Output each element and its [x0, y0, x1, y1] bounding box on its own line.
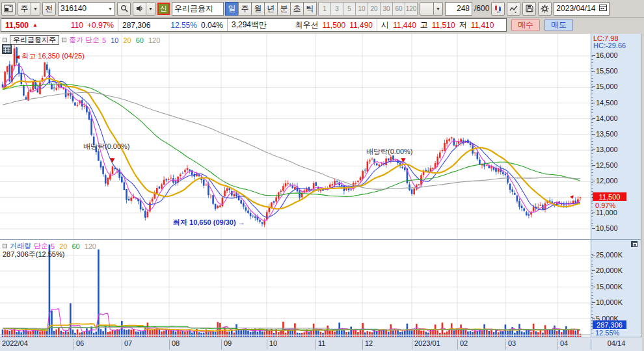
turnover-pct: 0.04%: [201, 21, 223, 30]
period-button-분[interactable]: 분: [277, 2, 291, 16]
annotation-exdividend-1: 배당락(0.00%): [83, 142, 130, 151]
volume-pane[interactable]: 거래량 단순 52060120 287,306주(12.55%): [0, 239, 591, 337]
x-axis[interactable]: 2022/04 04/14 060708091011122023/0102030…: [0, 337, 642, 351]
sound-combo[interactable]: ▼: [133, 2, 155, 16]
price-tick-label: 14,000: [596, 114, 618, 122]
left-arrow-icon: ◀: [16, 54, 20, 60]
volume-cell: 287,306 12.55% 0.04%: [118, 19, 228, 31]
chart-type-value: 주: [18, 2, 31, 16]
low-value: 11,410: [471, 21, 494, 30]
quote-bar: 11,500 ▲ 110 +0.97% 287,306 12.55% 0.04%…: [0, 18, 644, 32]
interval-combo[interactable]: ▼: [420, 2, 443, 16]
legend-prefix: 종가 단순: [69, 35, 100, 45]
price-axis[interactable]: LC:7.98 HC:-29.66 16,00015,50015,00014,5…: [591, 34, 641, 239]
volume-chart[interactable]: [0, 240, 591, 337]
current-volume-badge: 287,306: [593, 320, 626, 329]
amount-cell: 3,294백만 최우선 11,500 11,490: [228, 19, 377, 31]
stock-name-field[interactable]: 우리금융지: [172, 2, 224, 16]
toolbar: 주 ▼ 전 316140 ▼ ▼ 신 우리금융지 일주월년분초틱 1351020…: [0, 0, 644, 18]
price-tick-label: 10,500: [596, 224, 618, 232]
x-axis-label-10: 10: [267, 339, 277, 350]
interval-button-5[interactable]: 5: [343, 2, 356, 16]
ma-period-label: 120: [85, 242, 96, 250]
search-button[interactable]: [117, 2, 131, 16]
price-pane[interactable]: 우리금융지주 종가 단순 5102060120 ◀ 최고 16,350 (04/…: [0, 34, 591, 239]
ma-period-label: 120: [148, 36, 160, 44]
date-field[interactable]: 2023/04/14: [554, 2, 610, 16]
period-button-주[interactable]: 주: [238, 2, 252, 16]
maximize-icon[interactable]: [631, 241, 637, 247]
sell-button[interactable]: 매도: [544, 19, 573, 31]
x-axis-label-02: 02: [457, 339, 468, 350]
chevron-down-icon[interactable]: ▼: [108, 6, 113, 11]
period-button-월[interactable]: 월: [251, 2, 265, 16]
price-ma-legend: 5102060120: [102, 36, 165, 44]
price-pane-title[interactable]: 우리금융지주: [10, 35, 59, 45]
ma-period-label: 10: [111, 36, 118, 44]
price-pane-legend: 우리금융지주 종가 단순 5102060120: [3, 35, 165, 45]
best-bid: 11,490: [349, 21, 373, 30]
compare-candles-icon[interactable]: [491, 2, 505, 16]
x-axis-label-06: 06: [74, 339, 84, 350]
period-button-group: 일주월년분초틱: [226, 2, 317, 16]
pane-handle-icon[interactable]: [3, 244, 7, 248]
interval-button-1[interactable]: 1: [318, 2, 331, 16]
price-chart[interactable]: [0, 34, 591, 239]
volume-ma-legend: 52060120: [51, 242, 101, 250]
period-button-틱[interactable]: 틱: [303, 2, 317, 16]
price-tick-label: 12,500: [596, 161, 618, 169]
interval-button-120[interactable]: 120: [405, 2, 418, 16]
annotation-high: ◀ 최고 16,350 (04/25): [16, 51, 85, 61]
ma-period-label: 5: [102, 36, 106, 44]
interval-button-20[interactable]: 20: [368, 2, 381, 16]
hc-label: HC:-29.66: [593, 42, 626, 49]
right-arrow-icon: →: [238, 218, 245, 226]
chevron-down-icon[interactable]: ▼: [146, 2, 155, 16]
period-button-초[interactable]: 초: [290, 2, 304, 16]
current-price-pct: 0.97%: [595, 202, 615, 209]
period-button-년[interactable]: 년: [264, 2, 278, 16]
current-price: 11,500: [5, 21, 29, 30]
interval-button-60[interactable]: 60: [392, 2, 405, 16]
volume-value: 287,306: [122, 21, 150, 30]
quote-cells: 11,500 ▲ 110 +0.97% 287,306 12.55% 0.04%…: [1, 18, 507, 32]
bar-max-label: /600: [474, 4, 489, 13]
stock-code-field[interactable]: 316140 ▼: [58, 2, 115, 16]
chart-window: 주 ▼ 전 316140 ▼ ▼ 신 우리금융지 일주월년분초틱 1351020…: [0, 0, 644, 351]
new-window-icon[interactable]: [1, 2, 16, 16]
volume-ratio: 12.55%: [170, 21, 197, 30]
interval-combo-value: [420, 2, 434, 16]
x-axis-label-2023-01: 2023/01: [412, 339, 440, 350]
line-chart-icon[interactable]: [507, 2, 520, 16]
x-axis-label-09: 09: [221, 339, 232, 350]
bar-count-field[interactable]: 248: [445, 2, 472, 16]
pane-handle-icon[interactable]: [62, 38, 66, 42]
price-tick-label: 13,000: [596, 146, 618, 153]
price-tick-label: 14,500: [596, 99, 618, 107]
interval-button-30[interactable]: 30: [380, 2, 393, 16]
price-tick-label: 11,000: [596, 209, 617, 216]
x-axis-label-11: 11: [315, 339, 325, 350]
price-change-pct: +0.97%: [87, 21, 114, 30]
volume-current-text: 287,306주(12.55%): [3, 250, 64, 259]
speaker-icon[interactable]: [133, 2, 146, 16]
pane-handle-icon[interactable]: [3, 38, 7, 42]
price-tick-label: 16,000: [596, 51, 618, 59]
gear-icon[interactable]: [538, 2, 552, 16]
x-axis-label-08: 08: [169, 339, 180, 350]
open-label: 시: [381, 20, 389, 31]
interval-button-3[interactable]: 3: [330, 2, 343, 16]
chart-type-combo[interactable]: 주 ▼: [18, 2, 40, 16]
volume-axis[interactable]: 25,000K20,000K15,000K10,000K5,000K 287,3…: [591, 239, 641, 337]
chevron-down-icon[interactable]: ▼: [31, 2, 40, 16]
save-icon[interactable]: [522, 2, 536, 16]
volume-tick-label: 25,000K: [596, 251, 623, 259]
buy-button[interactable]: 매수: [511, 19, 540, 31]
volume-tick-label: 15,000K: [596, 283, 623, 291]
interval-button-10[interactable]: 10: [355, 2, 368, 16]
prev-stock-button[interactable]: 전: [42, 2, 56, 16]
period-button-일[interactable]: 일: [225, 2, 239, 16]
chevron-down-icon[interactable]: ▼: [434, 2, 443, 16]
calendar-icon[interactable]: [599, 4, 607, 13]
x-axis-label-04: 04: [557, 339, 568, 350]
